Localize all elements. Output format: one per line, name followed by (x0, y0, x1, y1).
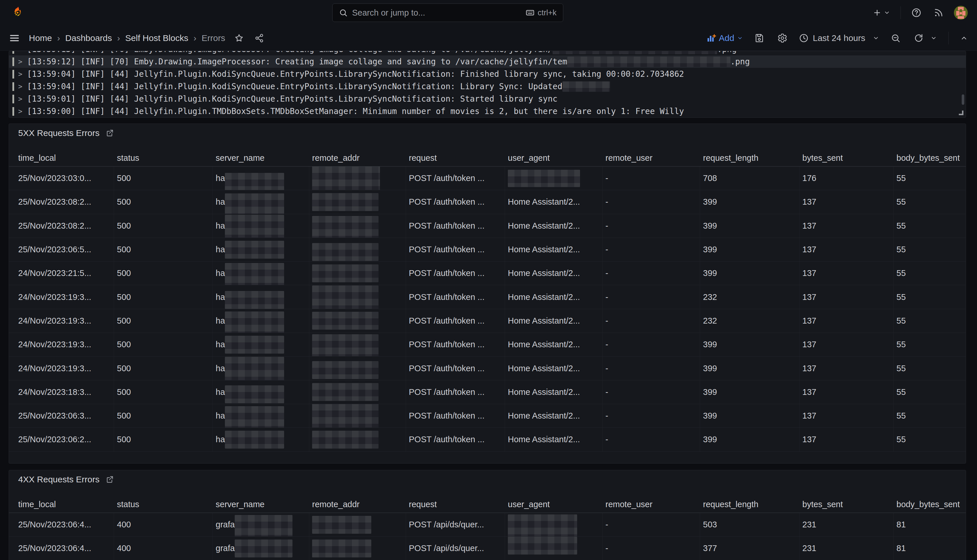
cell-request: POST /auth/token ... (406, 404, 505, 428)
column-header-remote_user[interactable]: remote_user (602, 153, 700, 163)
cell-body_bytes_sent: 55 (894, 333, 966, 356)
help-icon[interactable] (909, 6, 923, 20)
cell-remote_user: - (602, 513, 700, 536)
favorite-star-icon[interactable] (233, 32, 245, 45)
add-button[interactable]: Add (707, 33, 743, 43)
column-header-request[interactable]: request (406, 500, 505, 509)
column-header-status[interactable]: status (114, 500, 213, 509)
table-row[interactable]: 25/Nov/2023:06:3...500haPOST /auth/token… (9, 404, 966, 428)
column-header-server_name[interactable]: server_name (213, 153, 309, 163)
cell-server_name: ha (213, 404, 309, 428)
add-panel-icon (707, 33, 716, 43)
table-row[interactable]: 25/Nov/2023:08:2...500haPOST /auth/token… (9, 190, 966, 214)
external-link-icon[interactable] (105, 475, 114, 484)
cell-remote_addr (309, 190, 406, 213)
table-row[interactable]: 24/Nov/2023:19:3...500haPOST /auth/token… (9, 357, 966, 380)
column-header-bytes_sent[interactable]: bytes_sent (799, 153, 894, 163)
search-input[interactable]: Search or jump to... ctrl+k (332, 3, 563, 22)
log-expand-chevron-icon[interactable]: > (18, 107, 22, 115)
cell-time_local: 25/Nov/2023:08:2... (9, 190, 114, 213)
column-header-body_bytes_sent[interactable]: body_bytes_sent (894, 500, 966, 509)
cell-request_length: 399 (700, 238, 799, 261)
cell-time_local: 24/Nov/2023:19:3... (9, 333, 114, 356)
cell-time_local: 25/Nov/2023:03:0... (9, 167, 114, 190)
column-header-body_bytes_sent[interactable]: body_bytes_sent (894, 153, 966, 163)
time-range-picker[interactable]: Last 24 hours (799, 33, 879, 43)
redacted-region (312, 540, 371, 557)
column-header-request_length[interactable]: request_length (700, 153, 799, 163)
cell-request_length: 232 (700, 309, 799, 333)
breadcrumb-item-dashboards[interactable]: Dashboards (65, 33, 112, 43)
cell-body_bytes_sent: 55 (894, 167, 966, 190)
grafana-logo[interactable] (12, 7, 24, 19)
table-row[interactable]: 25/Nov/2023:06:4...400grafaPOST /api/ds/… (9, 537, 966, 560)
log-line[interactable]: >[13:59:13] [INF] [70] Emby.Drawing.Imag… (9, 51, 966, 55)
redacted-region (508, 537, 577, 555)
column-header-remote_user[interactable]: remote_user (602, 500, 700, 509)
log-expand-chevron-icon[interactable]: > (18, 51, 22, 53)
log-expand-chevron-icon[interactable]: > (18, 95, 22, 103)
table-row[interactable]: 25/Nov/2023:06:4...400grafaPOST /api/ds/… (9, 513, 966, 537)
panel-corner-handle[interactable] (959, 110, 964, 115)
column-header-user_agent[interactable]: user_agent (505, 153, 602, 163)
table-row[interactable]: 25/Nov/2023:08:2...500haPOST /auth/token… (9, 214, 966, 238)
dashboard-settings-gear-icon[interactable] (776, 32, 789, 45)
redacted-region (312, 264, 378, 282)
table-row[interactable]: 24/Nov/2023:19:3...500haPOST /auth/token… (9, 285, 966, 309)
log-line[interactable]: >[13:59:12] [INF] [70] Emby.Drawing.Imag… (9, 55, 966, 68)
table-row[interactable]: 25/Nov/2023:06:5...500haPOST /auth/token… (9, 238, 966, 262)
cell-time_local: 25/Nov/2023:06:4... (9, 537, 114, 560)
column-header-status[interactable]: status (114, 153, 213, 163)
column-header-bytes_sent[interactable]: bytes_sent (799, 500, 894, 509)
share-icon[interactable] (253, 32, 266, 45)
column-header-remote_addr[interactable]: remote_addr (309, 153, 406, 163)
table-row[interactable]: 24/Nov/2023:18:3...500haPOST /auth/token… (9, 380, 966, 404)
log-expand-chevron-icon[interactable]: > (18, 58, 22, 66)
log-line[interactable]: >[13:59:00] [INF] [44] Jellyfin.Plugin.T… (9, 105, 966, 117)
chevron-down-icon (884, 10, 890, 16)
save-dashboard-icon[interactable] (753, 32, 766, 45)
breadcrumb-item-errors[interactable]: Errors (202, 33, 225, 43)
column-header-server_name[interactable]: server_name (213, 500, 309, 509)
cell-user_agent: Home Assistant/2... (505, 285, 602, 308)
log-level-indicator (12, 70, 14, 78)
cell-time_local: 24/Nov/2023:19:3... (9, 309, 114, 333)
column-header-request_length[interactable]: request_length (700, 500, 799, 509)
log-line[interactable]: >[13:59:04] [INF] [44] Jellyfin.Plugin.K… (9, 68, 966, 80)
log-expand-chevron-icon[interactable]: > (18, 70, 22, 78)
cell-request: POST /auth/token ... (406, 262, 505, 285)
topbar-actions (871, 6, 968, 20)
new-plus-button[interactable] (871, 7, 892, 19)
log-line[interactable]: >[13:59:04] [INF] [44] Jellyfin.Plugin.K… (9, 80, 966, 93)
redacted-region (312, 404, 378, 428)
table-row[interactable]: 25/Nov/2023:03:0...500haPOST /auth/token… (9, 167, 966, 190)
column-header-time_local[interactable]: time_local (9, 153, 114, 163)
breadcrumb-item-home[interactable]: Home (29, 33, 52, 43)
column-header-time_local[interactable]: time_local (9, 500, 114, 509)
log-expand-chevron-icon[interactable]: > (18, 83, 22, 91)
collapse-chevron-up-icon[interactable] (959, 33, 969, 43)
refresh-icon[interactable] (912, 32, 925, 45)
news-rss-icon[interactable] (932, 6, 945, 19)
cell-bytes_sent: 137 (799, 214, 894, 238)
table-row[interactable]: 25/Nov/2023:06:2...500haPOST /auth/token… (9, 428, 966, 452)
column-header-user_agent[interactable]: user_agent (505, 500, 602, 509)
cell-request_length: 399 (700, 262, 799, 285)
table-row[interactable]: 24/Nov/2023:19:3...500haPOST /auth/token… (9, 333, 966, 357)
external-link-icon[interactable] (105, 129, 114, 137)
table-row[interactable]: 24/Nov/2023:21:5...500haPOST /auth/token… (9, 262, 966, 285)
table-row[interactable]: 24/Nov/2023:19:3...500haPOST /auth/token… (9, 309, 966, 333)
redacted-region (312, 334, 378, 357)
panel-5xx-requests-errors: 5XX Requests Errors time_localstatusserv… (9, 123, 966, 463)
breadcrumb-item-self-host-blocks[interactable]: Self Host Blocks (125, 33, 188, 43)
cell-bytes_sent: 137 (799, 309, 894, 333)
column-header-remote_addr[interactable]: remote_addr (309, 500, 406, 509)
log-line[interactable]: >[13:59:01] [INF] [44] Jellyfin.Plugin.K… (9, 93, 966, 105)
menu-hamburger-icon[interactable] (8, 31, 22, 45)
zoom-out-icon[interactable] (889, 32, 902, 45)
redacted-region (235, 515, 292, 537)
refresh-interval-chevron-icon[interactable] (929, 33, 939, 43)
log-scrollbar-thumb[interactable] (962, 94, 964, 105)
user-avatar[interactable] (954, 6, 968, 20)
column-header-request[interactable]: request (406, 153, 505, 163)
